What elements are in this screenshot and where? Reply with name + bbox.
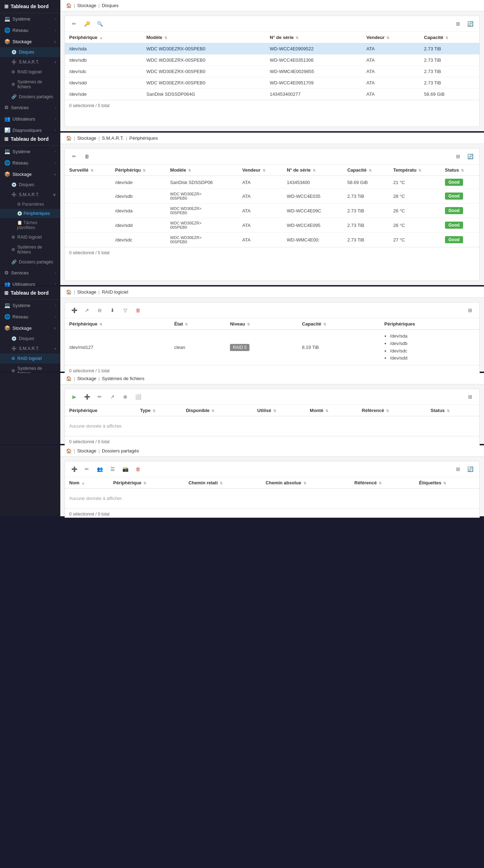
table-row[interactable]: /dev/sde SanDisk SDSSDP06 ATA 143453400 …	[65, 176, 479, 189]
snapshot-button[interactable]: 📸	[120, 464, 130, 474]
refresh-button[interactable]: 🔄	[465, 464, 475, 474]
col-niveau[interactable]: Niveau ⇅	[226, 318, 298, 330]
users-button[interactable]: 👥	[95, 464, 105, 474]
col-etiquettes[interactable]: Étiquettes ⇅	[415, 477, 479, 489]
col-utilise[interactable]: Utilisé ⇅	[253, 405, 306, 416]
col-peripherique[interactable]: Périphérique ⇅	[65, 318, 170, 330]
sidebar-item-smart-3[interactable]: ➕S.M.A.R.T. ›	[0, 344, 60, 354]
sidebar-item-systeme-1[interactable]: 💻Système ›	[0, 13, 60, 24]
add-button[interactable]: ➕	[82, 392, 92, 402]
col-vendeur[interactable]: Vendeur ⇅	[362, 32, 420, 43]
col-serie[interactable]: N° de série ⇅	[282, 165, 343, 176]
expand-button[interactable]: ↗	[82, 305, 92, 315]
sidebar-item-raid-1[interactable]: ⚙RAID logiciel	[0, 67, 60, 77]
sidebar-item-systeme-2[interactable]: 💻Système ›	[0, 146, 60, 157]
breadcrumb-stockage[interactable]: Stockage	[77, 376, 96, 381]
delete-button[interactable]: ⬜	[133, 392, 143, 402]
grid-button[interactable]: ⊞	[453, 151, 463, 161]
grid-button[interactable]: ⊞	[465, 305, 475, 315]
sidebar-item-services-1[interactable]: ⚙Services ›	[0, 102, 60, 113]
sidebar-item-raid-3[interactable]: ⚙RAID logiciel	[0, 354, 60, 363]
sidebar-item-fs-2[interactable]: ⚙Systèmes de fichiers	[0, 242, 60, 257]
breadcrumb-stockage[interactable]: Stockage	[77, 135, 96, 141]
delete-button[interactable]: 🗑	[82, 151, 92, 161]
grid-button[interactable]: ⊞	[465, 392, 475, 402]
breadcrumb-stockage[interactable]: Stockage	[77, 289, 96, 295]
sidebar-brand-1[interactable]: ⊞ Tableau de bord	[0, 0, 60, 13]
refresh-button[interactable]: 🔄	[465, 151, 475, 161]
col-temp[interactable]: Températu ⇅	[389, 165, 441, 176]
col-status[interactable]: Status ⇅	[441, 165, 479, 176]
table-row[interactable]: /dev/sda WDC WD30EZR>00SPEB0 ATA WD-WCC4…	[65, 204, 479, 218]
home-icon[interactable]: 🏠	[66, 376, 72, 381]
home-icon[interactable]: 🏠	[66, 448, 72, 454]
sidebar-item-smart-1[interactable]: ➕S.M.A.R.T. ›	[0, 57, 60, 67]
table-row[interactable]: /dev/sdd WDC WD30EZR>00SPEB0 ATA WD-WCC4…	[65, 218, 479, 233]
sidebar-item-disques-1[interactable]: 💿Disques	[0, 47, 60, 57]
col-type[interactable]: Type ⇅	[136, 405, 182, 416]
edit-button[interactable]: ✏	[95, 392, 105, 402]
sidebar-item-dossiers-1[interactable]: 🔗Dossiers partagés	[0, 92, 60, 102]
col-disponible[interactable]: Disponible ⇅	[182, 405, 253, 416]
col-serie[interactable]: N° de série ⇅	[265, 32, 362, 43]
sidebar-item-utilisateurs-1[interactable]: 👥Utilisateurs ›	[0, 113, 60, 124]
col-peripherique[interactable]: Périphériqu ⇅	[111, 165, 166, 176]
sidebar-item-disques-3[interactable]: 💿Disques	[0, 334, 60, 344]
edit-button[interactable]: ✏	[69, 151, 79, 161]
sidebar-item-services-2[interactable]: ⚙Services ›	[0, 267, 60, 278]
refresh-button[interactable]: 🔄	[465, 19, 475, 29]
breadcrumb-smart[interactable]: S.M.A.R.T.	[102, 135, 124, 141]
sidebar-item-systeme-3[interactable]: 💻Système ›	[0, 300, 60, 311]
col-nom[interactable]: Nom ▲	[65, 477, 109, 489]
delete-button[interactable]: 🗑	[133, 464, 143, 474]
table-row[interactable]: /dev/sdc WDC WD30EZR>00SPEB0 ATA WD-WMC4…	[65, 233, 479, 247]
breadcrumb-stockage[interactable]: Stockage	[77, 3, 96, 8]
sidebar-item-stockage-2[interactable]: 📦Stockage ∨	[0, 168, 60, 180]
col-capacite[interactable]: Capacité ⇅	[298, 318, 380, 330]
grid-button[interactable]: ⊞	[453, 464, 463, 474]
clone-button[interactable]: ⊕	[120, 392, 130, 402]
key-button[interactable]: 🔑	[82, 19, 92, 29]
expand-button[interactable]: ↗	[108, 392, 117, 402]
col-status[interactable]: Status ⇅	[427, 405, 479, 416]
edit-button[interactable]: ✏	[82, 464, 92, 474]
sidebar-brand-2[interactable]: ⊞ Tableau de bord	[0, 133, 60, 146]
table-row[interactable]: /dev/sdd WDC WD30EZRX-00SPEB0 WD-WCC4E09…	[65, 77, 479, 89]
sidebar-item-params-2[interactable]: ⚙ Paramètres	[0, 200, 60, 209]
list-button[interactable]: ☰	[108, 464, 117, 474]
table-row[interactable]: /dev/md127 clean RAID 5 8.19 TiB /dev/sd…	[65, 330, 479, 365]
home-icon[interactable]: 🏠	[66, 135, 72, 141]
sidebar-item-taches-2[interactable]: 📋 Tâches planifiées	[0, 218, 60, 232]
col-monte[interactable]: Monté ⇅	[306, 405, 358, 416]
home-icon[interactable]: 🏠	[66, 289, 72, 295]
sidebar-item-reseau-3[interactable]: 🌐Réseau ›	[0, 311, 60, 322]
delete-button[interactable]: 🗑	[133, 305, 143, 315]
sidebar-item-stockage-1[interactable]: 📦Stockage ∨	[0, 36, 60, 47]
col-modele[interactable]: Modèle ⇅	[142, 32, 266, 43]
col-surveille[interactable]: Surveillé ⇅	[65, 165, 111, 176]
sidebar-item-fs-1[interactable]: ⚙Systèmes de fichiers	[0, 77, 60, 92]
col-vendeur[interactable]: Vendeur ⇅	[238, 165, 282, 176]
col-modele[interactable]: Modèle ⇅	[166, 165, 238, 176]
table-row[interactable]: /dev/sdc WDC WD30EZRX-00SPEB0 WD-WMC4E00…	[65, 66, 479, 77]
play-button[interactable]: ▶	[69, 392, 79, 402]
col-peripherique[interactable]: Périphérique ▲	[65, 32, 142, 43]
table-row[interactable]: /dev/sdb WDC WD30EZR>00SPEB0 ATA WD-WCC4…	[65, 189, 479, 204]
col-chemin-relatif[interactable]: Chemin relati ⇅	[184, 477, 261, 489]
search-button[interactable]: 🔍	[95, 19, 105, 29]
minus-button[interactable]: ⊖	[95, 305, 105, 315]
col-peripherique[interactable]: Périphérique	[65, 405, 136, 416]
sidebar-item-dossiers-2[interactable]: 🔗Dossiers partagés	[0, 257, 60, 267]
sidebar-item-periph-2[interactable]: 💿 Périphériques	[0, 209, 60, 218]
col-peripherique[interactable]: Périphérique ⇅	[109, 477, 184, 489]
col-etat[interactable]: État ⇅	[170, 318, 226, 330]
sidebar-item-reseau-1[interactable]: 🌐Réseau ›	[0, 24, 60, 36]
table-row[interactable]: /dev/sdb WDC WD30EZRX-00SPEB0 WD-WCC4E03…	[65, 55, 479, 66]
add-button[interactable]: ➕	[69, 464, 79, 474]
sidebar-brand-3[interactable]: ⊞ Tableau de bord	[0, 286, 60, 300]
col-capacite[interactable]: Capacité ⇅	[420, 32, 479, 43]
table-row[interactable]: /dev/sde SanDisk SDSSDP064G 143453400277…	[65, 89, 479, 100]
table-row[interactable]: /dev/sda WDC WD30EZRX-00SPEB0 WD-WCC4E09…	[65, 43, 479, 55]
breadcrumb-stockage[interactable]: Stockage	[77, 448, 96, 454]
filter-button[interactable]: ▽	[120, 305, 130, 315]
